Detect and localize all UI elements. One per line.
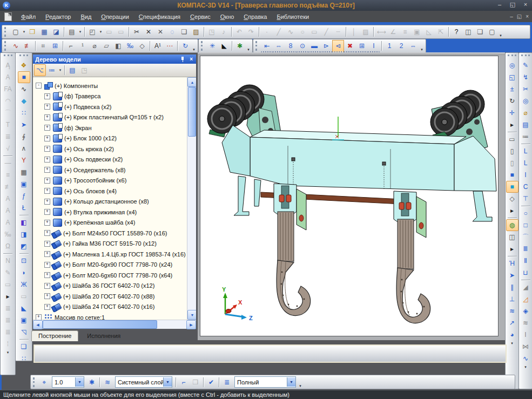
mate-distance-button[interactable]: 8 [285, 40, 297, 52]
menu-item-файл[interactable]: Файл [16, 12, 41, 21]
mate-table-button[interactable]: ⊞ [356, 40, 368, 52]
tee-profile-button[interactable]: ⊤ [520, 193, 532, 205]
expander[interactable]: + [44, 104, 50, 110]
menu-item-спецификация[interactable]: Спецификация [134, 12, 185, 21]
toolbar-options-arrow[interactable]: ▾ [498, 26, 503, 38]
toolbar-options-arrow[interactable]: ▾ [520, 364, 531, 370]
points-array-button[interactable]: ∷ [18, 107, 30, 119]
tree-item[interactable]: +(+) Болт М24х50 ГОСТ 15589-70 (x16) [34, 228, 187, 239]
hatch-lines-button[interactable]: ≋ [520, 317, 532, 329]
plane-3d-button[interactable]: ◆ [18, 95, 30, 107]
tree-item[interactable]: +(+) Гайка М36 ГОСТ 5915-70 (x12) [34, 239, 187, 249]
model-tree-header[interactable]: Дерево модели × [33, 55, 196, 64]
bend-arrows-button[interactable]: ↯ [520, 71, 532, 83]
delete-selected-button[interactable]: ✕ [143, 26, 154, 38]
anchor-tee-button[interactable]: ⊥ [506, 293, 518, 305]
framed-boss-button[interactable]: ▣ [18, 314, 30, 326]
expander[interactable]: + [44, 262, 50, 268]
arrow-ne-button[interactable]: ↗ [506, 317, 518, 329]
dropdown-arrow[interactable]: ▾ [22, 26, 26, 37]
mate-parallel-button[interactable]: ▬ [308, 40, 320, 52]
wedge-boss-button[interactable]: ◣ [18, 302, 30, 314]
sketch-box-button[interactable]: ⊡ [18, 255, 30, 267]
section-surface-button[interactable]: ◧ [112, 40, 124, 52]
paste-button[interactable]: ▨ [190, 26, 202, 38]
concentric-tool-button[interactable]: ◎ [520, 95, 532, 107]
scale-marker-button[interactable]: ‰ [124, 40, 136, 52]
x-brace-button[interactable]: ⋈ [520, 341, 532, 353]
flyout-display-button[interactable]: ▸ [506, 205, 518, 217]
menu-item-редактор[interactable]: Редактор [41, 12, 76, 21]
i-beam-profile-button[interactable]: I [520, 169, 532, 181]
print-preview-button[interactable]: ◰ [86, 26, 98, 38]
left-hook-assembly[interactable] [274, 184, 311, 316]
flyout-more-button[interactable]: ▸ [2, 290, 14, 302]
mate-coincident-button[interactable]: ⇤ [261, 40, 273, 52]
rounded-boss-button[interactable]: ◗ [18, 267, 30, 279]
restore-button[interactable]: ◱ [508, 1, 517, 8]
tree-vertical-scrollbar[interactable]: ▲ ▼ [187, 77, 196, 320]
expander[interactable]: + [44, 272, 50, 278]
rib-stamp-button[interactable]: Ж [18, 279, 30, 290]
minimize-button[interactable]: – [495, 1, 504, 8]
construction-plane-button[interactable]: ▱ [100, 40, 112, 52]
direction-vector-button[interactable]: ➤ [18, 119, 30, 131]
menu-item-вид[interactable]: Вид [76, 12, 96, 21]
flyout-section-button[interactable]: ▸ [506, 243, 518, 255]
toolbar-grip[interactable] [255, 41, 259, 51]
expander[interactable]: + [44, 146, 50, 152]
tree-horizontal-scrollbar[interactable]: ◀ ▶ [33, 320, 196, 329]
toolbar-grip[interactable] [33, 377, 36, 387]
open-document-button[interactable]: ❒ [26, 26, 38, 38]
vertical-scroll-thumb[interactable] [188, 87, 196, 137]
toolbar-options-arrow[interactable]: ▾ [191, 40, 197, 52]
traverse-beam[interactable] [222, 125, 496, 221]
parameters-editor-button[interactable]: ≢ [22, 40, 33, 52]
tree-item[interactable]: +(+) Оседержатель (x8) [34, 165, 187, 175]
help-what-is-button[interactable]: ? [450, 26, 462, 38]
ramp-solid-button[interactable]: ◢ [520, 281, 532, 293]
draft-angle-button[interactable]: ◹ [18, 326, 30, 338]
boss-operation-button[interactable]: ◩ [18, 240, 30, 252]
tree-structure-button[interactable]: ⌥ [34, 64, 46, 76]
expander[interactable]: + [44, 241, 50, 247]
component-library-button[interactable]: ❖ [18, 59, 30, 71]
tree-item[interactable]: +(+) Шайба 20 ГОСТ 6402-70 (x88) [34, 291, 187, 302]
panel-close-icon[interactable]: × [190, 56, 193, 62]
bolt-placement-2-button[interactable]: 2 [395, 40, 407, 52]
zoom-page-button[interactable]: ◎ [506, 59, 518, 71]
diamond-marker-button[interactable]: ◇ [136, 40, 148, 52]
expander[interactable]: + [44, 220, 50, 226]
tree-item[interactable]: +(+) Шайба 24 ГОСТ 6402-70 (x16) [34, 302, 187, 313]
curve-edge-button[interactable]: Ł [18, 202, 30, 214]
tree-item[interactable]: +(+) Кольцо дистанционное (x8) [34, 197, 187, 207]
properties-list-button[interactable]: ≔ [520, 131, 532, 143]
horizontal-scroll-thumb[interactable] [43, 320, 157, 329]
detail-combo[interactable]: Полный▼ [234, 376, 296, 388]
tree-item[interactable]: +(+) Втулка прижимная (x4) [34, 207, 187, 218]
mate-tangent-button[interactable]: ⊲ [332, 40, 344, 52]
tree-item[interactable]: +(+) Ось крюка (x2) [34, 144, 187, 154]
dropdown-arrow[interactable]: ▾ [98, 26, 103, 37]
toolbar-options-arrow[interactable]: ▾ [419, 40, 425, 52]
variables-button[interactable]: ƒ [18, 190, 30, 202]
double-tee-button[interactable]: Ⅱ [520, 255, 532, 267]
rotate-orbit-button[interactable]: ◍ [506, 219, 518, 231]
new-window-button[interactable]: ◫ [462, 26, 474, 38]
layer-combo-dropdown-button[interactable]: ▼ [163, 377, 172, 387]
doc-close-button[interactable]: × [526, 13, 529, 19]
tree-item[interactable]: +(ф) Траверса [34, 91, 187, 102]
corner-joint-1-button[interactable]: L [520, 145, 532, 157]
fly-arrow-button[interactable]: ➤ [506, 269, 518, 281]
save-document-button[interactable]: ▦ [38, 26, 50, 38]
center-marker-button[interactable]: ◈ [520, 305, 532, 317]
tree-item[interactable]: +(+) Крепёжная шайба (x4) [34, 218, 187, 228]
vertex-number-button[interactable]: ¹ [77, 40, 89, 52]
doc-restore-button[interactable]: ◱ [517, 13, 522, 19]
hidden-lines-view-button[interactable]: ▯ [506, 145, 518, 157]
expander[interactable]: + [44, 283, 50, 289]
tree-item[interactable]: +(+) Блок 1000 (x12) [34, 133, 187, 144]
local-cs-button[interactable]: ⌐ [178, 376, 190, 388]
tree-item[interactable]: +(+) Ось блоков (x4) [34, 186, 187, 197]
delete-part-button[interactable]: ✕ [154, 26, 166, 38]
